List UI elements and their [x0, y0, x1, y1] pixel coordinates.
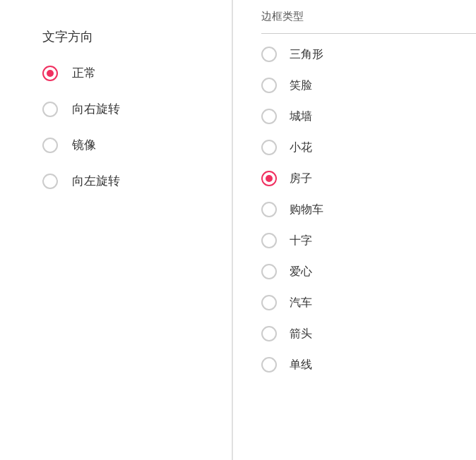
radio-item-flower[interactable]: 小花	[261, 140, 476, 155]
radio-item-wall[interactable]: 城墙	[261, 109, 476, 124]
radio-item-rotate-left[interactable]: 向左旋转	[42, 173, 210, 189]
radio-circle-house	[261, 171, 277, 186]
radio-circle-car	[261, 295, 277, 310]
radio-item-single-line[interactable]: 单线	[261, 357, 476, 373]
radio-label-single-line: 单线	[290, 358, 312, 373]
radio-item-heart[interactable]: 爱心	[261, 264, 476, 279]
radio-label-arrow: 箭头	[290, 327, 312, 341]
radio-label-house: 房子	[290, 171, 312, 186]
radio-label-heart: 爱心	[290, 265, 312, 279]
radio-label-cross: 十字	[290, 234, 312, 248]
radio-circle-cart	[261, 202, 277, 217]
left-panel: 文字方向 正常 向右旋转 镜像 向左旋转	[0, 0, 233, 460]
radio-circle-smile	[261, 78, 277, 93]
radio-item-car[interactable]: 汽车	[261, 295, 476, 310]
radio-item-smile[interactable]: 笑脸	[261, 78, 476, 93]
radio-circle-wall	[261, 109, 277, 124]
radio-label-triangle: 三角形	[290, 47, 323, 62]
radio-item-house[interactable]: 房子	[261, 171, 476, 186]
radio-circle-flower	[261, 140, 277, 155]
radio-label-mirror: 镜像	[72, 137, 96, 153]
radio-item-triangle[interactable]: 三角形	[261, 47, 476, 62]
radio-circle-single-line	[261, 357, 277, 373]
border-type-group: 三角形 笑脸 城墙 小花 房子	[261, 40, 476, 373]
radio-circle-rotate-right	[42, 102, 58, 117]
radio-item-cart[interactable]: 购物车	[261, 202, 476, 217]
text-direction-title: 文字方向	[42, 28, 210, 45]
radio-label-cart: 购物车	[290, 202, 323, 217]
radio-item-rotate-right[interactable]: 向右旋转	[42, 101, 210, 117]
radio-circle-rotate-left	[42, 174, 58, 189]
radio-label-flower: 小花	[290, 140, 312, 155]
radio-item-mirror[interactable]: 镜像	[42, 137, 210, 153]
radio-label-rotate-left: 向左旋转	[72, 173, 120, 189]
radio-label-wall: 城墙	[290, 109, 312, 124]
radio-circle-triangle	[261, 47, 277, 62]
radio-circle-mirror	[42, 138, 58, 153]
main-container: 文字方向 正常 向右旋转 镜像 向左旋转 边框类	[0, 0, 476, 460]
radio-label-smile: 笑脸	[290, 78, 312, 93]
right-panel: 边框类型 三角形 笑脸 城墙 小花	[233, 0, 476, 460]
radio-item-cross[interactable]: 十字	[261, 233, 476, 248]
radio-item-arrow[interactable]: 箭头	[261, 326, 476, 341]
radio-label-normal: 正常	[72, 65, 96, 81]
radio-label-car: 汽车	[290, 296, 312, 310]
radio-circle-heart	[261, 264, 277, 279]
radio-item-normal[interactable]: 正常	[42, 65, 210, 81]
text-direction-group: 正常 向右旋转 镜像 向左旋转	[42, 65, 210, 189]
radio-circle-normal	[42, 66, 58, 81]
radio-circle-cross	[261, 233, 277, 248]
border-type-title: 边框类型	[261, 0, 476, 34]
radio-circle-arrow	[261, 326, 277, 341]
radio-label-rotate-right: 向右旋转	[72, 101, 120, 117]
